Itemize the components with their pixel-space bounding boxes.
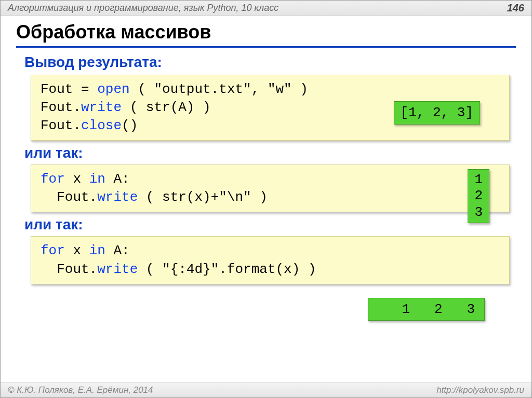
code-block-1: Fout = open ( "output.txt", "w" ) Fout.w… — [31, 75, 510, 141]
code-keyword: in — [89, 243, 105, 258]
code-token: Fout. — [41, 262, 97, 277]
code-token: ( "{:4d}".format(x) ) — [138, 262, 316, 277]
code-keyword: close — [81, 118, 122, 133]
code-token: ( str(x)+"\n" ) — [138, 189, 268, 205]
code-token: x — [65, 171, 89, 187]
code-token: A: — [105, 171, 130, 187]
code-token: A: — [105, 243, 130, 258]
code-token: () — [122, 118, 138, 133]
output-row-3: 1 2 3 — [16, 289, 516, 321]
code-token: = — [73, 81, 97, 97]
slide-content: Обработка массивов Вывод результата: Fou… — [1, 16, 531, 321]
output-box-2: 1 2 3 — [468, 169, 489, 223]
page-title: Обработка массивов — [16, 21, 516, 48]
code-token: Fout. — [41, 100, 81, 115]
copyright-text: © К.Ю. Поляков, Е.А. Ерёмин, 2014 — [8, 385, 153, 395]
code-keyword: for — [41, 243, 65, 258]
code-keyword: write — [81, 100, 122, 115]
header-bar: Алгоритмизация и программирование, язык … — [1, 1, 531, 16]
code-keyword: write — [97, 189, 138, 205]
code-token: Fout — [41, 81, 73, 97]
code-token: Fout. — [41, 189, 97, 205]
code-keyword: for — [41, 171, 65, 187]
code-block-2: for x in A: Fout.write ( str(x)+"\n" )1 … — [31, 164, 510, 212]
code-token: ( str(A) ) — [122, 100, 211, 115]
code-token: Fout. — [41, 118, 81, 133]
code-keyword: open — [97, 81, 129, 97]
code-keyword: write — [97, 262, 138, 277]
code-keyword: in — [89, 171, 105, 187]
output-box-1: [1, 2, 3] — [394, 101, 480, 125]
output-box-3: 1 2 3 — [368, 298, 485, 321]
section3-heading: или так: — [24, 216, 516, 233]
footer-url: http://kpolyakov.spb.ru — [436, 385, 524, 395]
footer-bar: © К.Ю. Поляков, Е.А. Ерёмин, 2014 http:/… — [1, 382, 531, 397]
page-number: 146 — [507, 2, 524, 14]
code-token: x — [65, 243, 89, 258]
course-label: Алгоритмизация и программирование, язык … — [8, 3, 278, 13]
section1-heading: Вывод результата: — [24, 54, 516, 71]
code-token: ( "output.txt", "w" ) — [130, 81, 308, 97]
code-block-3: for x in A: Fout.write ( "{:4d}".format(… — [31, 236, 510, 284]
section2-heading: или так: — [24, 145, 516, 161]
